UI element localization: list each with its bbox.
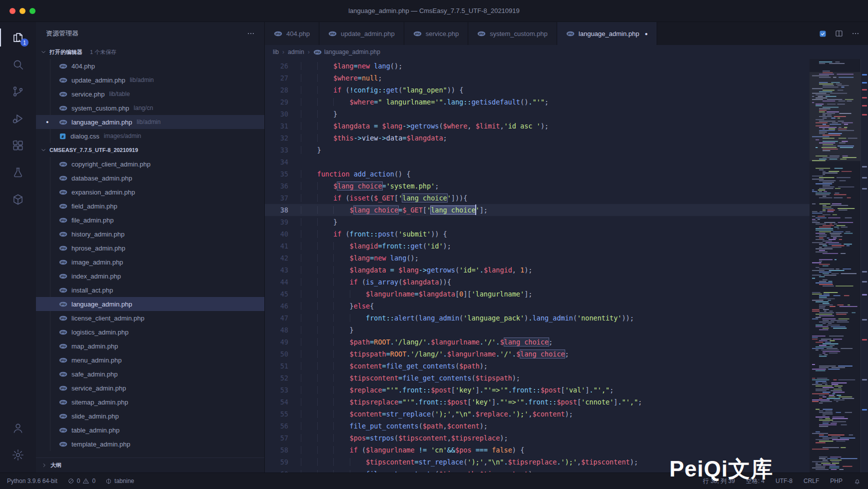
line-number[interactable]: 51 <box>265 360 301 372</box>
line-number[interactable]: 55 <box>265 408 301 420</box>
code-line[interactable]: 53 $replace="'".front::$post['key']."'=>… <box>265 384 810 396</box>
file-tree-item[interactable]: phptable_admin.php <box>36 423 264 437</box>
source-control-icon[interactable] <box>0 78 36 105</box>
search-icon[interactable] <box>0 51 36 78</box>
line-number[interactable]: 40 <box>265 228 301 240</box>
python-interpreter-status[interactable]: Python 3.9.6 64-bit <box>7 478 57 484</box>
open-editor-item[interactable]: ●phplanguage_admin.phplib/admin <box>36 115 264 129</box>
code-line[interactable]: 36 $lang_choice='system.php'; <box>265 180 810 192</box>
account-icon[interactable] <box>0 414 36 442</box>
code-line[interactable]: 29 $where=" langurlname='".lang::getisde… <box>265 96 810 108</box>
file-tree-item[interactable]: phpfile_admin.php <box>36 213 264 227</box>
line-number[interactable]: 47 <box>265 312 301 324</box>
file-tree-item[interactable]: phpinstall_act.php <box>36 283 264 297</box>
code-area[interactable]: 26 $lang=new lang();27 $where=null;28 if… <box>265 59 810 472</box>
code-line[interactable]: 47 front::alert(lang_admin('language_pac… <box>265 312 810 324</box>
minimize-window-button[interactable] <box>19 8 25 14</box>
open-editor-item[interactable]: phpsystem_custom.phplang/cn <box>36 101 264 115</box>
line-number[interactable]: 48 <box>265 324 301 336</box>
notifications-bell-icon[interactable] <box>854 478 861 485</box>
file-tree-item[interactable]: phpcopyright_client_admin.php <box>36 157 264 171</box>
line-number[interactable]: 37 <box>265 192 301 204</box>
file-tree-item[interactable]: phphistory_admin.php <box>36 227 264 241</box>
code-line[interactable]: 38 $lang_choice=$_GET['lang_choice']; <box>265 204 810 216</box>
line-number[interactable]: 27 <box>265 72 301 84</box>
code-line[interactable]: 48 } <box>265 324 810 336</box>
file-tree-item[interactable]: phplogistics_admin.php <box>36 325 264 339</box>
problems-indicator[interactable]: 0 0 <box>67 478 95 484</box>
line-number[interactable]: 53 <box>265 384 301 396</box>
file-tree-item[interactable]: phpexpansion_admin.php <box>36 185 264 199</box>
line-number[interactable]: 60 <box>265 468 301 472</box>
file-tree-item[interactable]: phpslide_admin.php <box>36 409 264 423</box>
overview-ruler[interactable] <box>861 59 868 472</box>
line-number[interactable]: 41 <box>265 240 301 252</box>
code-line[interactable]: 30 } <box>265 108 810 120</box>
line-number[interactable]: 50 <box>265 348 301 360</box>
package-icon[interactable] <box>0 186 36 213</box>
line-number[interactable]: 43 <box>265 264 301 276</box>
file-tree-item[interactable]: phplanguage_admin.php <box>36 297 264 311</box>
zoom-window-button[interactable] <box>29 8 35 14</box>
file-tree-item[interactable]: phpindex_admin.php <box>36 269 264 283</box>
code-line[interactable]: 44 if (is_array($langdata)){ <box>265 276 810 288</box>
tab-system_custom.php[interactable]: phpsystem_custom.php <box>468 22 557 45</box>
code-line[interactable]: 39 } <box>265 216 810 228</box>
file-tree-item[interactable]: phpsitemap_admin.php <box>36 395 264 409</box>
breadcrumb-item[interactable]: lib <box>273 48 279 56</box>
files-icon[interactable]: 1 <box>0 24 36 51</box>
code-line[interactable]: 55 $content=str_replace(');',"\n".$repla… <box>265 408 810 420</box>
line-number[interactable]: 44 <box>265 276 301 288</box>
code-line[interactable]: 27 $where=null; <box>265 72 810 84</box>
line-number[interactable]: 28 <box>265 84 301 96</box>
line-number[interactable]: 29 <box>265 96 301 108</box>
open-editors-header[interactable]: 打开的编辑器 1 个未保存 <box>36 45 264 59</box>
file-tree-item[interactable]: phpservice_admin.php <box>36 381 264 395</box>
line-number[interactable]: 26 <box>265 60 301 72</box>
line-number[interactable]: 52 <box>265 372 301 384</box>
code-line[interactable]: 52 $tipscontent=file_get_contents($tipsp… <box>265 372 810 384</box>
line-number[interactable]: 33 <box>265 144 301 156</box>
code-line[interactable]: 42 $lang=new lang(); <box>265 252 810 264</box>
code-line[interactable]: 43 $langdata = $lang->getrows('id='.$lan… <box>265 264 810 276</box>
open-editor-item[interactable]: phpupdate_admin.phplib/admin <box>36 73 264 87</box>
file-tree-item[interactable]: phpfield_admin.php <box>36 199 264 213</box>
tab-update_admin.php[interactable]: phpupdate_admin.php <box>319 22 404 45</box>
eol-status[interactable]: CRLF <box>804 478 819 484</box>
breadcrumb-item[interactable]: phplanguage_admin.php <box>313 48 380 56</box>
line-number[interactable]: 59 <box>265 456 301 468</box>
code-line[interactable]: 33 } <box>265 144 810 156</box>
line-number[interactable]: 54 <box>265 396 301 408</box>
beaker-icon[interactable] <box>0 159 36 186</box>
code-line[interactable]: 34 <box>265 156 810 168</box>
open-editor-item[interactable]: phpservice.phplib/table <box>36 87 264 101</box>
encoding-status[interactable]: UTF-8 <box>776 478 793 484</box>
open-editor-item[interactable]: php404.php <box>36 59 264 73</box>
code-line[interactable]: 46 }else{ <box>265 300 810 312</box>
extensions-icon[interactable] <box>0 132 36 159</box>
file-tree-item[interactable]: phpsafe_admin.php <box>36 367 264 381</box>
editor-action-blue-icon[interactable] <box>819 30 827 38</box>
code-line[interactable]: 56 file_put_contents($path,$content); <box>265 420 810 432</box>
tab-language_admin.php[interactable]: phplanguage_admin.php● <box>557 22 657 45</box>
file-tree-item[interactable]: phpmenu_admin.php <box>36 353 264 367</box>
code-line[interactable]: 54 $tipsreplace="'".front::$post['key'].… <box>265 396 810 408</box>
line-number[interactable]: 57 <box>265 432 301 444</box>
line-number[interactable]: 38 <box>265 204 301 216</box>
minimap[interactable] <box>810 59 861 472</box>
language-mode-status[interactable]: PHP <box>830 478 843 484</box>
code-line[interactable]: 50 $tipspath=ROOT.'/lang/'.$langurlname.… <box>265 348 810 360</box>
file-tree-item[interactable]: phpmap_admin.php <box>36 339 264 353</box>
line-number[interactable]: 56 <box>265 420 301 432</box>
line-number[interactable]: 39 <box>265 216 301 228</box>
project-header[interactable]: CMSEASY_7.7.5_UTF-8_20210919 <box>36 143 264 157</box>
line-number[interactable]: 49 <box>265 336 301 348</box>
code-line[interactable]: 26 $lang=new lang(); <box>265 60 810 72</box>
line-number[interactable]: 45 <box>265 288 301 300</box>
tab-404.php[interactable]: php404.php <box>265 22 319 45</box>
breadcrumb-item[interactable]: admin <box>288 48 304 56</box>
line-number[interactable]: 30 <box>265 108 301 120</box>
code-line[interactable]: 28 if (!config::get("lang_open")) { <box>265 84 810 96</box>
line-number[interactable]: 32 <box>265 132 301 144</box>
line-number[interactable]: 31 <box>265 120 301 132</box>
